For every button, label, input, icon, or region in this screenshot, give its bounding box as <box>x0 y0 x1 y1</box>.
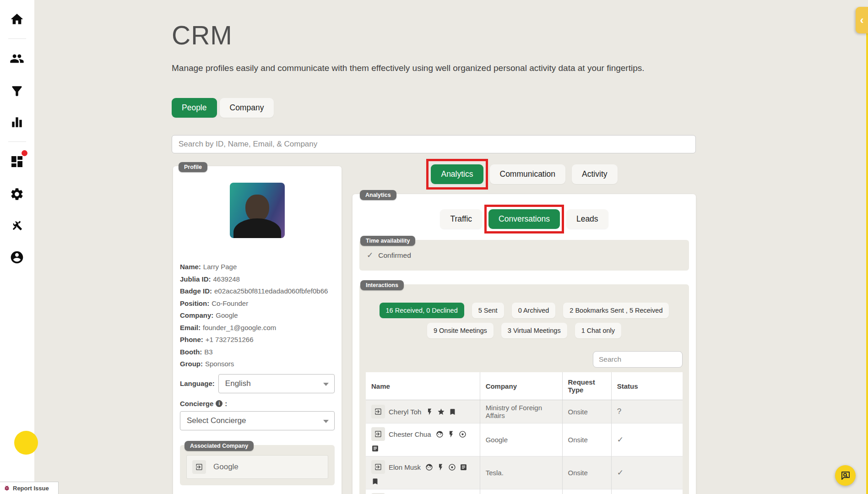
page-subtitle: Manage profiles easily and communicate w… <box>172 63 696 73</box>
face-icon <box>425 463 433 471</box>
associated-company-row[interactable]: Google <box>186 455 328 479</box>
interactions-section: Interactions 16 Received, 0 Declined 5 S… <box>359 284 689 494</box>
bar-chart-icon[interactable] <box>9 114 25 130</box>
subtab-leads[interactable]: Leads <box>566 209 608 229</box>
stat-chat-only[interactable]: 1 Chat only <box>575 323 621 338</box>
company-tab[interactable]: Company <box>220 98 274 118</box>
table-row[interactable]: Elon Musk Tesla. Onsite <box>366 456 683 489</box>
language-label: Language: <box>180 380 215 387</box>
profile-fields: Name:Larry Page Jublia ID:4639248 Badge … <box>180 261 335 370</box>
active-icon-highlight <box>14 431 38 455</box>
target-icon <box>459 430 467 438</box>
col-header-company[interactable]: Company <box>480 372 562 400</box>
people-tab[interactable]: People <box>172 98 217 118</box>
status-question-icon: ? <box>617 407 621 416</box>
entity-toggle: People Company <box>172 98 696 118</box>
analytics-panel: Analytics Traffic Conversations Leads Ti… <box>353 194 696 494</box>
col-header-name[interactable]: Name <box>366 372 480 400</box>
sidebar-divider <box>8 38 26 39</box>
collapse-panel-tab[interactable] <box>856 7 868 33</box>
interaction-stats-row-2: 9 Onsite Meetings 3 Virtual Meetings 1 C… <box>366 323 683 338</box>
dashboard-icon[interactable] <box>9 154 25 169</box>
interactions-badge: Interactions <box>360 280 404 290</box>
bolt-icon <box>447 430 455 438</box>
table-row[interactable]: Cheryl Toh Ministry of Foreign Affairs O… <box>366 400 683 423</box>
tab-communication[interactable]: Communication <box>490 164 566 184</box>
stat-onsite-meetings[interactable]: 9 Onsite Meetings <box>427 323 494 338</box>
chat-support-button[interactable] <box>835 465 856 486</box>
associated-company-badge: Associated Company <box>184 441 254 451</box>
field-group: Group:Sponsors <box>180 358 335 370</box>
collapsed-panel-edge <box>866 7 868 494</box>
availability-status: Confirmed <box>378 251 411 260</box>
detail-column: Analytics Communication Activity Analyti… <box>353 166 696 494</box>
field-email: Email:founder_1@google.com <box>180 322 335 334</box>
open-company-icon[interactable] <box>192 460 206 474</box>
report-issue-button[interactable]: Report Issue <box>0 482 59 494</box>
profile-card: Profile Name:Larry Page Jublia ID:463924… <box>173 166 342 494</box>
bolt-icon <box>437 463 445 471</box>
settings-icon[interactable] <box>9 186 25 202</box>
concierge-select[interactable]: Select Concierge <box>180 411 335 430</box>
open-profile-icon[interactable] <box>371 427 385 441</box>
bug-icon <box>4 485 10 491</box>
filter-icon[interactable] <box>9 83 25 99</box>
profile-photo <box>230 183 285 238</box>
bookmark-icon <box>449 408 456 416</box>
tools-icon-active[interactable] <box>9 217 25 233</box>
col-header-request-type[interactable]: Request Type <box>562 372 611 400</box>
chevron-down-icon <box>323 383 329 386</box>
language-select[interactable]: English <box>218 374 335 393</box>
account-icon[interactable] <box>9 250 25 265</box>
field-badge-id: Badge ID:e02aca25b0f811edadad060fbfef0b6… <box>180 285 335 298</box>
field-jublia-id: Jublia ID:4639248 <box>180 273 335 286</box>
chevron-down-icon <box>323 420 329 423</box>
open-profile-icon[interactable] <box>371 460 385 474</box>
profile-badge: Profile <box>179 162 207 172</box>
page-title: CRM <box>172 20 696 50</box>
contacts-icon[interactable] <box>9 51 25 66</box>
star-icon <box>437 408 445 416</box>
analytics-subtabs: Traffic Conversations Leads <box>359 209 689 229</box>
field-booth: Booth:B3 <box>180 346 335 358</box>
chevron-left-icon <box>860 15 864 26</box>
stat-sent[interactable]: 5 Sent <box>472 303 504 318</box>
tab-analytics[interactable]: Analytics <box>431 164 483 184</box>
time-availability-section: Time availability Confirmed <box>359 240 689 271</box>
table-row[interactable]: Chester Chua Google Onsite ✓ <box>366 423 683 456</box>
field-name: Name:Larry Page <box>180 261 335 273</box>
list-icon <box>460 463 467 471</box>
status-check-icon: ✓ <box>617 468 624 477</box>
col-header-status[interactable]: Status <box>611 372 683 400</box>
time-availability-badge: Time availability <box>360 236 415 246</box>
bookmark-icon <box>371 478 379 485</box>
stat-virtual-meetings[interactable]: 3 Virtual Meetings <box>501 323 567 338</box>
tab-activity[interactable]: Activity <box>572 164 617 184</box>
target-icon <box>448 463 456 471</box>
concierge-label: Concierge : <box>180 400 335 407</box>
stat-bookmarks[interactable]: 2 Bookmarks Sent , 5 Received <box>563 303 669 318</box>
subtab-conversations[interactable]: Conversations <box>488 209 560 229</box>
stat-archived[interactable]: 0 Archived <box>512 303 556 318</box>
table-row[interactable]: Phattharawee Romyen Ogilvy Thai <box>366 489 683 494</box>
main-search-input[interactable] <box>172 135 696 153</box>
associated-company-section: Associated Company Google <box>180 445 335 485</box>
analytics-badge: Analytics <box>360 190 396 200</box>
subtab-traffic[interactable]: Traffic <box>440 209 482 229</box>
detail-tabs: Analytics Communication Activity <box>353 164 696 184</box>
stat-received-declined[interactable]: 16 Received, 0 Declined <box>380 303 464 318</box>
bolt-icon <box>426 408 434 416</box>
check-icon <box>367 250 373 260</box>
field-phone: Phone:+1 7327251266 <box>180 334 335 346</box>
status-check-icon: ✓ <box>617 435 624 444</box>
open-profile-icon[interactable] <box>371 405 385 418</box>
field-company: Company:Google <box>180 309 335 322</box>
interaction-stats-row-1: 16 Received, 0 Declined 5 Sent 0 Archive… <box>366 303 683 318</box>
chat-search-icon <box>840 470 851 481</box>
notification-dot <box>22 150 27 156</box>
home-icon[interactable] <box>9 11 25 27</box>
info-icon[interactable] <box>216 400 222 407</box>
conversations-table: Name Company Request Type Status <box>366 372 683 494</box>
face-icon <box>436 430 444 438</box>
table-search-input[interactable] <box>593 351 683 368</box>
